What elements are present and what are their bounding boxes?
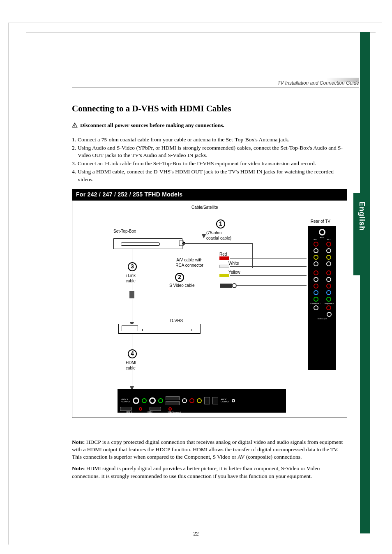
section-title: Connecting to a D-VHS with HDMI Cables bbox=[72, 103, 347, 114]
svg-point-5 bbox=[232, 284, 236, 288]
notes-section: Note: HDCP is a copy protected digital c… bbox=[72, 439, 347, 480]
label-ilink: i-Link cable bbox=[126, 273, 136, 284]
label-av-cable: A/V cable with RCA connector bbox=[167, 257, 212, 268]
svg-point-1 bbox=[74, 127, 75, 127]
label-cable-satellite: Cable/Satellite bbox=[191, 205, 218, 210]
language-tab-label: English bbox=[357, 201, 366, 231]
step-3: Connect an I-Link cable from the Set-Top… bbox=[72, 160, 347, 167]
label-dvhs: D-VHS bbox=[170, 318, 183, 324]
note-2: Note: HDMI signal is purely digital and … bbox=[72, 465, 347, 480]
callout-2: 2 bbox=[175, 273, 184, 282]
label-hdmi-cable: HDMI cable bbox=[126, 360, 136, 371]
model-bar: For 242 / 247 / 252 / 255 TFHD Models bbox=[72, 189, 347, 200]
rear-panel: HDTV AV-2AV-1 Component-2Component-1 Aud… bbox=[308, 226, 336, 370]
label-white: White bbox=[228, 261, 239, 266]
callout-1: 1 bbox=[216, 219, 225, 229]
rear-audio-out: Audio output bbox=[309, 318, 336, 320]
warning-icon bbox=[72, 122, 78, 128]
label-coax: (75-ohm coaxial cable) bbox=[206, 230, 231, 241]
step-4: Using a HDMI cable, connect the D-VHS's … bbox=[72, 168, 347, 183]
bottom-panel: HDTV & PC INPUT AUDIO OUTPUT bbox=[118, 389, 286, 413]
side-strip bbox=[360, 32, 370, 533]
warning-row: Disconnect all power sources before maki… bbox=[72, 122, 347, 129]
svideo-plug-icon bbox=[220, 283, 237, 289]
step-2: Using Audio and S-Video (YPbPr, or HDMI … bbox=[72, 144, 347, 159]
label-svideo-cable: S Video cable bbox=[169, 283, 195, 289]
svg-rect-4 bbox=[220, 284, 232, 288]
page-number: 22 bbox=[0, 531, 392, 537]
steps-list: Connect a 75-ohm coaxial cable from your… bbox=[72, 136, 347, 183]
connection-diagram: Cable/Satellite Rear of TV Set-Top-Box 1… bbox=[72, 200, 347, 418]
callout-3: 3 bbox=[128, 262, 137, 271]
note-1: Note: HDCP is a copy protected digital c… bbox=[72, 439, 347, 461]
header-fade bbox=[326, 78, 359, 82]
label-rear-of-tv: Rear of TV bbox=[311, 219, 330, 224]
step-1: Connect a 75-ohm coaxial cable from your… bbox=[72, 136, 347, 143]
doc-header: TV Installation and Connection Guide bbox=[72, 80, 359, 88]
callout-4: 4 bbox=[128, 349, 137, 358]
language-tab: English bbox=[353, 193, 370, 275]
warning-text: Disconnect all power sources before maki… bbox=[80, 122, 224, 129]
ilink-connector-icon bbox=[129, 291, 134, 298]
label-set-top-box: Set-Top-Box bbox=[113, 229, 136, 234]
label-yellow: Yellow bbox=[228, 270, 240, 275]
